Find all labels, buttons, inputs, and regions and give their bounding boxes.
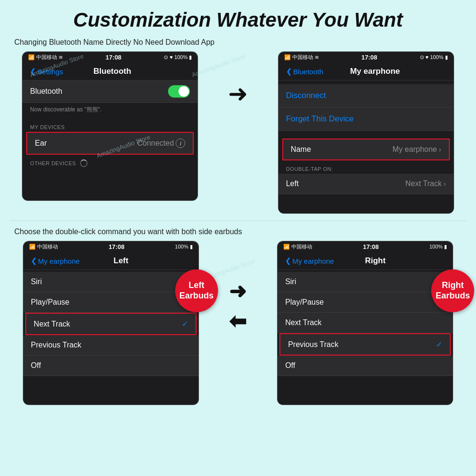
time-right1: 17:08 (361, 54, 377, 61)
nav-bar-left2: ❮ My earphone Left (23, 252, 198, 270)
battery-right2: 100% ▮ (429, 244, 447, 250)
arrow-right-icon: ➜ (229, 279, 247, 303)
left-prevtrack-row[interactable]: Previous Track (23, 335, 198, 356)
battery-left1: ⊙ ♥ 100% ▮ (164, 54, 192, 60)
right-nexttrack-row[interactable]: Next Track (278, 313, 453, 333)
nav-bar-left1: ❮ Settings Bluetooth (22, 63, 198, 80)
screen-body-right1: Disconnect Forget This Device Name My ea… (278, 80, 454, 213)
arrow-right-s2: ➜ (229, 279, 247, 303)
empty-space-3 (23, 376, 198, 405)
right-playpause-row[interactable]: Play/Pause (278, 292, 453, 313)
carrier-left1: 📶 中国移动 ≋ (28, 54, 63, 61)
section-divider (0, 214, 476, 220)
empty-space-1 (22, 172, 198, 200)
section-divider2 (0, 221, 476, 225)
disconnect-row[interactable]: Disconnect (278, 84, 454, 108)
left-row[interactable]: Left Next Track › (278, 174, 454, 194)
screen-body-right2: Siri Play/Pause Next Track Previous Trac… (278, 270, 453, 405)
left-siri-label: Siri (31, 278, 42, 286)
right-prevtrack-row[interactable]: Previous Track ✓ (279, 333, 451, 356)
empty-space-4 (278, 376, 453, 405)
left-off-label: Off (31, 361, 41, 370)
my-devices-header: MY DEVICES (22, 119, 198, 132)
ear-value: Connected i (137, 139, 185, 148)
ear-connected-row[interactable]: Ear Connected i (26, 132, 194, 155)
nav-back-left1[interactable]: ❮ Settings (30, 67, 63, 76)
double-arrow-col: ➜ ⬅ (229, 241, 247, 333)
time-left1: 17:08 (106, 54, 121, 61)
right-prevtrack-label: Previous Track (288, 340, 338, 349)
arrow-right-section1: ➜ (228, 51, 248, 108)
left-prevtrack-label: Previous Track (31, 341, 81, 349)
nav-title-left2: Left (79, 256, 162, 266)
nav-back-right1[interactable]: ❮ Bluetooth (286, 67, 323, 76)
screen-body-left2: Siri Play/Pause Next Track ✓ Previous Tr… (23, 270, 198, 405)
left-nexttrack-row[interactable]: Next Track ✓ (25, 313, 197, 335)
right-off-row[interactable]: Off (278, 356, 453, 376)
spacer2 (278, 131, 454, 139)
arrow-left-s2: ⬅ (229, 309, 247, 333)
time-right2: 17:08 (363, 243, 378, 250)
left-nexttrack-label: Next Track (34, 320, 70, 328)
arrow-left-icon: ⬅ (229, 309, 247, 333)
carrier-left2: 📶 中国移动 (29, 243, 58, 250)
nav-title-right1: My earphone (323, 67, 427, 76)
status-bar-left2: 📶 中国移动 17:08 100% ▮ (23, 241, 198, 252)
other-devices-row: OTHER DEVICES (22, 155, 198, 172)
name-row[interactable]: Name My earphone › (282, 139, 450, 160)
battery-left2: 100% ▮ (175, 244, 193, 250)
right-playpause-label: Play/Pause (285, 298, 324, 307)
nav-title-left1: Bluetooth (63, 67, 162, 76)
nav-title-right2: Right (334, 256, 416, 266)
section1-screens-row: 📶 中国移动 ≋ 17:08 ⊙ ♥ 100% ▮ ❮ Settings Blu… (0, 51, 476, 214)
ear-label: Ear (35, 139, 47, 148)
name-label: Name (291, 145, 311, 154)
discoverable-text: Now discoverable as "熊熊". (22, 103, 198, 119)
page-title: Customization Whatever You Want (0, 0, 476, 35)
left-playpause-row[interactable]: Play/Pause (23, 292, 198, 313)
info-icon[interactable]: i (176, 139, 185, 148)
section2-screens-row: 📶 中国移动 17:08 100% ▮ ❮ My earphone Left S… (0, 241, 476, 405)
screen-earphone-settings: 📶 中国移动 ≋ 17:08 ⊙ ♥ 100% ▮ ❮ Bluetooth My… (278, 51, 454, 214)
status-bar-left1: 📶 中国移动 ≋ 17:08 ⊙ ♥ 100% ▮ (22, 52, 198, 63)
other-devices-label: OTHER DEVICES (30, 160, 76, 166)
left-earbud-badge: LeftEarbuds (175, 269, 218, 312)
right-arrow-icon: ➜ (228, 80, 248, 108)
empty-space-2 (278, 194, 454, 213)
right-prevtrack-check: ✓ (436, 340, 442, 349)
bluetooth-label: Bluetooth (30, 87, 62, 96)
nav-back-right2[interactable]: ❮ My earphone (285, 257, 334, 265)
status-bar-right1: 📶 中国移动 ≋ 17:08 ⊙ ♥ 100% ▮ (278, 52, 454, 63)
right-earbud-wrapper: 📶 中国移动 17:08 100% ▮ ❮ My earphone Right … (277, 241, 453, 405)
screen-left-earbud: 📶 中国移动 17:08 100% ▮ ❮ My earphone Left S… (23, 241, 199, 405)
bluetooth-toggle[interactable] (168, 85, 190, 98)
spacer1 (278, 80, 454, 84)
nav-back-left2[interactable]: ❮ My earphone (31, 257, 80, 265)
left-off-row[interactable]: Off (23, 356, 198, 376)
carrier-right1: 📶 中国移动 ≋ (284, 54, 319, 61)
double-tap-header: DOUBLE-TAP ON: (278, 160, 454, 174)
right-off-label: Off (285, 361, 295, 370)
carrier-right2: 📶 中国移动 (283, 243, 312, 250)
section1-label: Changing Bluetooth Name Directly No Need… (14, 38, 462, 47)
time-left2: 17:08 (109, 243, 124, 250)
right-siri-label: Siri (285, 278, 296, 286)
left-nexttrack-check: ✓ (182, 319, 188, 328)
chevron-icon-name: › (439, 146, 441, 153)
left-value: Next Track › (406, 179, 446, 188)
status-bar-right2: 📶 中国移动 17:08 100% ▮ (278, 241, 453, 252)
left-siri-row[interactable]: Siri (23, 272, 198, 292)
bluetooth-toggle-row[interactable]: Bluetooth (22, 80, 198, 103)
battery-right1: ⊙ ♥ 100% ▮ (420, 54, 448, 60)
right-nexttrack-label: Next Track (285, 318, 321, 327)
chevron-icon-left: › (444, 180, 446, 188)
screen-body-left1: Bluetooth Now discoverable as "熊熊". MY D… (22, 80, 198, 200)
nav-bar-right1: ❮ Bluetooth My earphone (278, 63, 454, 80)
left-label: Left (286, 179, 299, 188)
right-siri-row[interactable]: Siri (278, 272, 453, 292)
name-value: My earphone › (393, 145, 441, 154)
loading-spinner (80, 159, 88, 167)
forget-row[interactable]: Forget This Device (278, 108, 454, 131)
right-earbud-badge: RightEarbuds (431, 269, 474, 312)
section2-label: Choose the double-click command you want… (14, 228, 462, 236)
